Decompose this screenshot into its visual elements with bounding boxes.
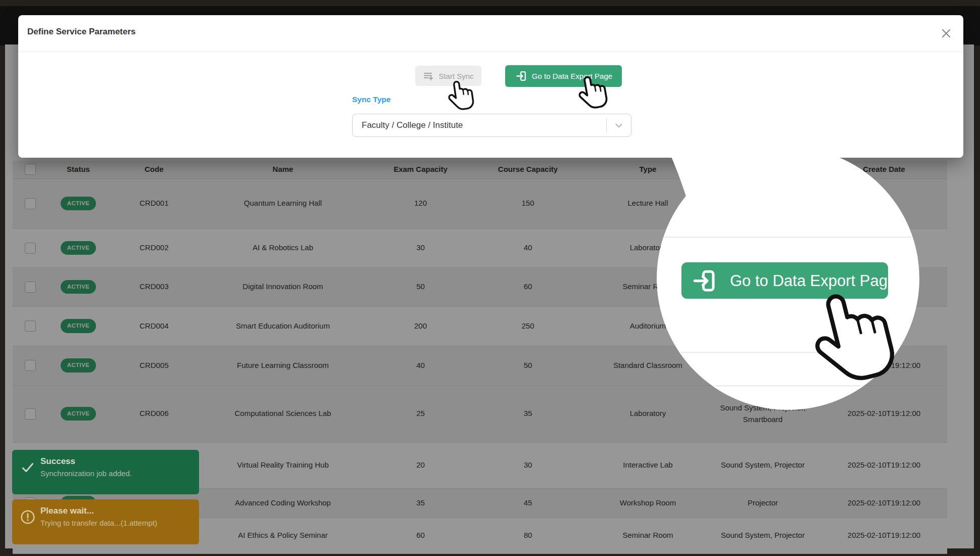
modal-header-divider xyxy=(18,52,963,52)
go-to-data-export-label: Go to Data Export Page xyxy=(532,72,612,80)
define-service-parameters-modal: Define Service Parameters Start Sync Go … xyxy=(18,15,963,158)
screen: StatusCodeNameExam CapacityCourse Capaci… xyxy=(0,0,980,556)
modal-title: Define Service Parameters xyxy=(27,27,136,37)
toast-success: Success Synchronization job added. xyxy=(12,450,199,494)
sync-type-selected-value: Faculty / College / Institute xyxy=(353,120,606,130)
list-add-icon xyxy=(423,70,434,81)
chevron-down-icon xyxy=(613,120,624,131)
toast-title: Success xyxy=(40,456,132,467)
start-sync-label: Start Sync xyxy=(438,72,473,80)
toast-please-wait: Please wait... Trying to transfer data..… xyxy=(12,499,199,544)
alert-circle-icon xyxy=(20,509,35,525)
sync-type-select[interactable]: Faculty / College / Institute xyxy=(352,114,631,137)
close-icon[interactable] xyxy=(940,27,952,39)
box-arrow-in-right-icon xyxy=(515,70,527,82)
go-to-data-export-button[interactable]: Go to Data Export Page xyxy=(505,65,622,87)
toast-message: Trying to transfer data...(1.attempt) xyxy=(40,519,157,527)
start-sync-button[interactable]: Start Sync xyxy=(415,66,481,86)
toast-title: Please wait... xyxy=(40,506,157,516)
check-icon xyxy=(20,460,35,475)
sync-type-label: Sync Type xyxy=(352,95,390,104)
toast-message: Synchronization job added. xyxy=(40,469,132,478)
